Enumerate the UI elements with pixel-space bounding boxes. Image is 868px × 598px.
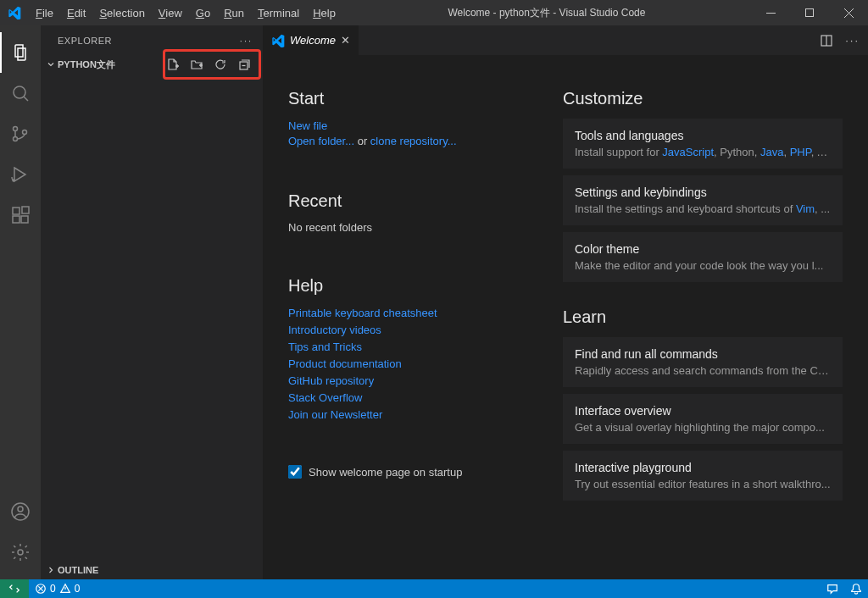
new-file-link[interactable]: New file: [288, 119, 327, 132]
menu-file[interactable]: File: [29, 3, 60, 23]
start-section: Start New file Open folder... or clone r…: [288, 89, 529, 149]
customize-heading: Customize: [563, 89, 843, 108]
help-link[interactable]: Stack Overflow: [288, 391, 362, 404]
activity-accounts[interactable]: [0, 491, 41, 532]
svg-point-2: [14, 86, 25, 98]
svg-point-12: [18, 507, 23, 512]
card-title: Find and run all commands: [575, 347, 831, 361]
sidebar-explorer: EXPLORER ··· PYTHON文件 OUTLINE: [41, 25, 263, 579]
svg-point-3: [14, 127, 18, 131]
svg-rect-10: [22, 207, 29, 213]
help-link[interactable]: GitHub repository: [288, 374, 374, 387]
help-link[interactable]: Join our Newsletter: [288, 408, 382, 421]
tab-label: Welcome: [290, 34, 336, 47]
svg-rect-1: [805, 8, 813, 16]
clone-repo-link[interactable]: clone repository...: [370, 135, 457, 147]
menu-bar: File Edit Selection View Go Run Terminal…: [29, 3, 342, 23]
tab-close-icon[interactable]: ✕: [341, 34, 350, 47]
card-settings-keybindings[interactable]: Settings and keybindings Install the set…: [563, 175, 843, 225]
menu-help[interactable]: Help: [306, 3, 342, 23]
help-link[interactable]: Tips and Tricks: [288, 341, 362, 353]
card-interactive-playground[interactable]: Interactive playground Try out essential…: [563, 451, 843, 501]
card-title: Settings and keybindings: [575, 185, 831, 199]
vscode-logo-icon: [0, 6, 29, 19]
card-title: Interactive playground: [575, 461, 831, 474]
start-heading: Start: [288, 89, 529, 108]
tabs-bar: Welcome ✕ ···: [263, 25, 868, 55]
card-tools-languages[interactable]: Tools and languages Install support for …: [563, 119, 843, 169]
help-link[interactable]: Printable keyboard cheatsheet: [288, 307, 437, 319]
svg-point-13: [18, 550, 23, 555]
welcome-page: Start New file Open folder... or clone r…: [263, 55, 868, 579]
window-title: Welcome - python文件 - Visual Studio Code: [342, 6, 751, 20]
menu-go[interactable]: Go: [189, 3, 217, 23]
new-file-icon[interactable]: [166, 58, 180, 71]
close-button[interactable]: [829, 0, 868, 25]
more-actions-icon[interactable]: ···: [845, 34, 860, 47]
status-bar: 0 0: [0, 579, 868, 598]
chevron-down-icon: [44, 59, 58, 69]
tab-welcome[interactable]: Welcome ✕: [263, 25, 359, 55]
activity-source-control[interactable]: [0, 114, 41, 154]
editor-actions: ···: [820, 25, 868, 55]
card-body: Install support for JavaScript, Python, …: [575, 146, 831, 158]
or-text: or: [358, 135, 370, 147]
svg-point-5: [23, 130, 27, 135]
menu-view[interactable]: View: [152, 3, 189, 23]
sidebar-title: EXPLORER: [58, 36, 112, 46]
activity-bar: [0, 25, 41, 579]
svg-point-4: [14, 137, 18, 141]
open-folder-link[interactable]: Open folder...: [288, 135, 354, 147]
menu-selection[interactable]: Selection: [92, 3, 151, 23]
main-area: EXPLORER ··· PYTHON文件 OUTLINE Welcome ✕: [0, 25, 868, 579]
refresh-icon[interactable]: [214, 58, 227, 71]
status-feedback[interactable]: [821, 583, 844, 595]
status-problems[interactable]: 0 0: [29, 579, 86, 598]
activity-search[interactable]: [0, 73, 41, 114]
activity-explorer[interactable]: [0, 32, 41, 73]
outline-header[interactable]: OUTLINE: [41, 561, 263, 579]
split-editor-icon[interactable]: [820, 34, 833, 47]
remote-indicator[interactable]: [0, 579, 29, 598]
folder-header[interactable]: PYTHON文件: [41, 55, 263, 74]
new-folder-icon[interactable]: [190, 58, 203, 71]
menu-run[interactable]: Run: [217, 3, 251, 23]
learn-heading: Learn: [563, 307, 843, 327]
card-body: Rapidly access and search commands from …: [575, 364, 831, 377]
show-on-startup-checkbox[interactable]: [288, 465, 302, 479]
card-title: Tools and languages: [575, 129, 831, 142]
folder-actions: [159, 54, 258, 75]
window-controls: [751, 0, 868, 25]
card-find-commands[interactable]: Find and run all commands Rapidly access…: [563, 337, 843, 387]
titlebar: File Edit Selection View Go Run Terminal…: [0, 0, 868, 25]
help-link[interactable]: Product documentation: [288, 357, 402, 370]
svg-rect-0: [766, 13, 776, 14]
recent-none: No recent folders: [288, 221, 529, 234]
minimize-button[interactable]: [751, 0, 790, 25]
card-interface-overview[interactable]: Interface overview Get a visual overlay …: [563, 394, 843, 444]
welcome-left-column: Start New file Open folder... or clone r…: [288, 89, 529, 562]
card-title: Interface overview: [575, 404, 831, 418]
recent-section: Recent No recent folders: [288, 191, 529, 234]
sidebar-header: EXPLORER ···: [41, 25, 263, 55]
sidebar-more-icon[interactable]: ···: [240, 36, 253, 46]
recent-heading: Recent: [288, 191, 529, 211]
menu-terminal[interactable]: Terminal: [251, 3, 306, 23]
outline-label: OUTLINE: [58, 565, 98, 575]
activity-settings[interactable]: [0, 532, 41, 573]
card-color-theme[interactable]: Color theme Make the editor and your cod…: [563, 232, 843, 282]
show-on-startup-row: Show welcome page on startup: [288, 465, 529, 479]
chevron-right-icon: [44, 565, 58, 575]
card-body: Make the editor and your code look the w…: [575, 259, 831, 272]
warnings-count: 0: [75, 583, 81, 595]
activity-extensions[interactable]: [0, 195, 41, 235]
card-body: Try out essential editor features in a s…: [575, 478, 831, 490]
status-notifications[interactable]: [844, 583, 868, 595]
collapse-all-icon[interactable]: [237, 58, 251, 71]
card-title: Color theme: [575, 242, 831, 256]
activity-run-debug[interactable]: [0, 154, 41, 195]
show-on-startup-label: Show welcome page on startup: [309, 466, 462, 479]
help-link[interactable]: Introductory videos: [288, 324, 381, 336]
menu-edit[interactable]: Edit: [60, 3, 92, 23]
maximize-button[interactable]: [790, 0, 829, 25]
